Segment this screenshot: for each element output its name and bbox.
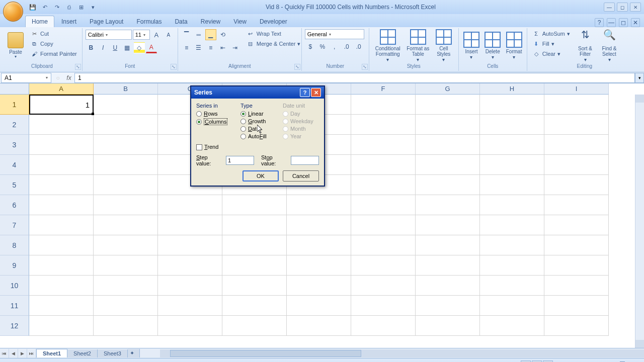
- prev-sheet-button[interactable]: ◀: [9, 349, 18, 358]
- sheet-tab-1[interactable]: Sheet1: [36, 349, 67, 357]
- cell[interactable]: [29, 235, 94, 255]
- dialog-help-button[interactable]: ?: [300, 88, 310, 97]
- align-right-button[interactable]: ≡: [205, 42, 216, 53]
- col-header-g[interactable]: G: [416, 83, 480, 95]
- cell[interactable]: [94, 215, 158, 235]
- cell[interactable]: [544, 316, 609, 336]
- minimize-button[interactable]: —: [604, 3, 615, 12]
- select-all-corner[interactable]: [0, 83, 29, 95]
- qat-dropdown-icon[interactable]: ▾: [89, 3, 98, 12]
- cell[interactable]: [480, 95, 544, 115]
- paste-button[interactable]: Paste ▾: [5, 29, 26, 62]
- cell[interactable]: [94, 316, 158, 336]
- cell[interactable]: [222, 215, 287, 235]
- cell[interactable]: [544, 255, 609, 276]
- cell[interactable]: [222, 255, 287, 276]
- row-header[interactable]: 1: [0, 95, 29, 115]
- cell[interactable]: [94, 296, 158, 316]
- cell[interactable]: [544, 276, 609, 296]
- percent-button[interactable]: %: [317, 41, 328, 52]
- row-header[interactable]: 3: [0, 135, 29, 155]
- cell[interactable]: [351, 215, 416, 235]
- cell[interactable]: [480, 155, 544, 175]
- cell[interactable]: [480, 135, 544, 155]
- cell[interactable]: [29, 296, 94, 316]
- alignment-launcher[interactable]: ⤡: [294, 64, 300, 70]
- cell[interactable]: [351, 255, 416, 276]
- cell[interactable]: [351, 155, 416, 175]
- undo-icon[interactable]: ↶: [40, 3, 49, 12]
- cell[interactable]: [480, 115, 544, 135]
- conditional-formatting-button[interactable]: Conditional Formatting ▾: [372, 29, 404, 62]
- cell[interactable]: [416, 135, 480, 155]
- radio-linear[interactable]: Linear: [240, 111, 279, 117]
- increase-decimal-button[interactable]: .0: [341, 41, 352, 52]
- formula-input[interactable]: 1: [74, 73, 635, 83]
- cell[interactable]: [480, 276, 544, 296]
- close-workbook-icon[interactable]: ✕: [631, 18, 640, 27]
- cell[interactable]: [544, 175, 609, 195]
- tab-review[interactable]: Review: [195, 16, 226, 27]
- tab-insert[interactable]: Insert: [55, 16, 83, 27]
- tab-page-layout[interactable]: Page Layout: [84, 16, 129, 27]
- tab-data[interactable]: Data: [169, 16, 193, 27]
- cell[interactable]: [351, 95, 416, 115]
- format-cells-button[interactable]: Format ▾: [504, 29, 523, 62]
- cell[interactable]: [222, 316, 287, 336]
- find-select-button[interactable]: 🔍Find & Select ▾: [598, 29, 620, 62]
- cell[interactable]: [416, 115, 480, 135]
- fill-color-button[interactable]: ◇: [134, 42, 145, 53]
- row-header[interactable]: 6: [0, 195, 29, 215]
- number-format-combo[interactable]: General: [305, 29, 364, 39]
- clear-button[interactable]: ◇Clear ▾: [530, 49, 572, 58]
- page-break-view-button[interactable]: [543, 360, 553, 363]
- cell[interactable]: [158, 255, 222, 276]
- copy-button[interactable]: ⧉Copy: [28, 39, 79, 48]
- cell[interactable]: [222, 195, 287, 215]
- cell[interactable]: [29, 316, 94, 336]
- cut-button[interactable]: ✂Cut: [28, 29, 79, 38]
- row-header[interactable]: 8: [0, 235, 29, 255]
- cell[interactable]: [480, 316, 544, 336]
- align-top-button[interactable]: ▔: [181, 29, 192, 40]
- cell[interactable]: [287, 215, 351, 235]
- cell[interactable]: [416, 155, 480, 175]
- cancel-button[interactable]: Cancel: [283, 170, 319, 182]
- dialog-close-button[interactable]: ✕: [311, 88, 321, 97]
- qat-btn-1[interactable]: ⎙: [64, 3, 73, 12]
- cell[interactable]: [158, 195, 222, 215]
- page-layout-view-button[interactable]: [532, 360, 542, 363]
- cell[interactable]: [416, 95, 480, 115]
- cell[interactable]: [544, 296, 609, 316]
- col-header-a[interactable]: A: [29, 83, 94, 95]
- cell[interactable]: [416, 235, 480, 255]
- shrink-font-button[interactable]: A: [163, 29, 174, 40]
- decrease-decimal-button[interactable]: .0: [353, 41, 364, 52]
- number-launcher[interactable]: ⤡: [362, 64, 368, 70]
- expand-formula-icon[interactable]: ▾: [635, 73, 644, 83]
- radio-rows[interactable]: Rows: [196, 111, 236, 117]
- align-center-button[interactable]: ☰: [193, 42, 204, 53]
- font-name-combo[interactable]: Calibri: [86, 30, 132, 40]
- format-painter-button[interactable]: 🖌Format Painter: [28, 49, 79, 58]
- cell[interactable]: [351, 235, 416, 255]
- align-middle-button[interactable]: ═: [193, 29, 204, 40]
- cell[interactable]: [94, 115, 158, 135]
- stop-value-input[interactable]: [291, 156, 319, 165]
- align-bottom-button[interactable]: ▁: [205, 29, 216, 40]
- cell[interactable]: [29, 215, 94, 235]
- sheet-tab-3[interactable]: Sheet3: [98, 349, 128, 357]
- cell[interactable]: [544, 195, 609, 215]
- cell[interactable]: [94, 135, 158, 155]
- cell[interactable]: [544, 215, 609, 235]
- font-color-button[interactable]: A: [146, 42, 157, 53]
- next-sheet-button[interactable]: ▶: [18, 349, 27, 358]
- horizontal-scrollbar[interactable]: [160, 349, 644, 357]
- row-header[interactable]: 5: [0, 175, 29, 195]
- cell[interactable]: [351, 175, 416, 195]
- col-header-h[interactable]: H: [480, 83, 544, 95]
- bold-button[interactable]: B: [86, 42, 97, 53]
- redo-icon[interactable]: ↷: [52, 3, 61, 12]
- cell[interactable]: [287, 316, 351, 336]
- grow-font-button[interactable]: A: [151, 29, 162, 40]
